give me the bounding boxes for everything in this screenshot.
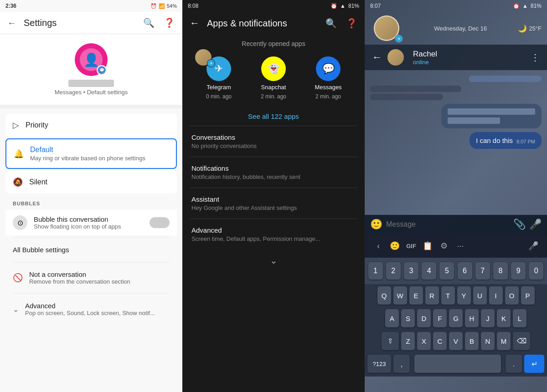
key-u[interactable]: U [473, 286, 487, 305]
apps-help-icon[interactable]: ❓ [346, 18, 357, 29]
clipboard-btn[interactable]: 📋 [419, 238, 436, 254]
notifications-menu-item[interactable]: Notifications Notification history, bubb… [182, 157, 365, 188]
divider-3 [13, 293, 170, 294]
key-h[interactable]: H [465, 309, 479, 327]
help-icon[interactable]: ❓ [164, 17, 175, 28]
outgoing-msg-block [441, 104, 542, 128]
key-w[interactable]: W [393, 286, 407, 305]
key-y[interactable]: Y [457, 286, 471, 305]
key-a[interactable]: A [385, 309, 399, 327]
chat-panel: 8:07 ⏰ ▲ 81% ✈ Wednesday, Dec 16 🌙 25°F … [365, 0, 547, 392]
key-p[interactable]: P [521, 286, 535, 305]
key-f[interactable]: F [433, 309, 447, 327]
contact-name: Rachel [413, 50, 525, 59]
gif-btn[interactable]: GIF [403, 238, 419, 254]
key-8[interactable]: 8 [493, 262, 508, 280]
key-c[interactable]: C [433, 332, 447, 350]
battery-1: 54% [167, 3, 177, 9]
keyboard-toolbar: ‹ 🙂 GIF 📋 ⚙ ··· 🎤 [365, 234, 547, 258]
key-d[interactable]: D [417, 309, 431, 327]
app-snapchat[interactable]: 👻 Snapchat 2 min. ago [251, 56, 296, 100]
settings-kb-btn[interactable]: ⚙ [436, 238, 452, 254]
emoji-panel-btn[interactable]: 🙂 [387, 238, 403, 254]
advanced-menu-item[interactable]: Advanced Screen time, Default apps, Perm… [182, 219, 365, 249]
apps-title: Apps & notifications [207, 18, 318, 29]
key-x[interactable]: X [417, 332, 431, 350]
mic-btn[interactable]: 🎤 [529, 219, 542, 230]
key-v[interactable]: V [449, 332, 463, 350]
silent-item[interactable]: 🔕 Silent [5, 171, 177, 193]
advanced-item[interactable]: ⌄ Advanced Pop on screen, Sound, Lock sc… [5, 295, 177, 323]
alarm2-icon: ⏰ [330, 3, 337, 9]
key-q[interactable]: Q [377, 286, 391, 305]
key-o[interactable]: O [505, 286, 519, 305]
all-bubble-item[interactable]: All Bubble settings [5, 239, 177, 260]
key-2[interactable]: 2 [386, 262, 401, 280]
chevron-left-btn[interactable]: ‹ [370, 238, 387, 254]
key-e[interactable]: E [409, 286, 423, 305]
chat-date: Wednesday, Dec 16 [434, 25, 487, 32]
sent-message: I can do this 8:07 PM [470, 132, 542, 149]
period-key[interactable]: . [506, 355, 522, 373]
key-z[interactable]: Z [401, 332, 415, 350]
not-conv-item[interactable]: 🚫 Not a conversation Remove from the con… [5, 264, 177, 291]
key-m[interactable]: M [497, 332, 511, 350]
time-3: 8:07 [370, 3, 381, 9]
message-input[interactable] [386, 220, 510, 229]
key-j[interactable]: J [481, 309, 495, 327]
floating-badge: ✈ [194, 48, 215, 66]
assistant-menu-item[interactable]: Assistant Hey Google and other Assistant… [182, 188, 365, 219]
emoji-btn[interactable]: 🙂 [370, 219, 382, 230]
key-b[interactable]: B [465, 332, 479, 350]
key-9[interactable]: 9 [511, 262, 526, 280]
key-0[interactable]: 0 [529, 262, 543, 280]
key-s[interactable]: S [401, 309, 415, 327]
key-t[interactable]: T [441, 286, 455, 305]
kb-mic-btn[interactable]: 🎤 [525, 238, 542, 254]
key-6[interactable]: 6 [458, 262, 472, 280]
chat-back-btn[interactable]: ← [372, 51, 382, 63]
key-7[interactable]: 7 [475, 262, 490, 280]
back-icon[interactable]: ← [7, 18, 16, 28]
shift-key[interactable]: ⇧ [382, 332, 399, 350]
telegram-time: 0 min. ago [206, 93, 232, 100]
chat-more-btn[interactable]: ⋮ [531, 52, 540, 63]
key-1[interactable]: 1 [368, 262, 383, 280]
apps-search-icon[interactable]: 🔍 [325, 18, 337, 29]
more-kb-btn[interactable]: ··· [452, 238, 469, 254]
msg-line-1 [448, 108, 535, 115]
time-1: 2:36 [5, 3, 16, 9]
default-item[interactable]: 🔔 Default May ring or vibrate based on p… [5, 138, 177, 169]
key-r[interactable]: R [425, 286, 439, 305]
status-icons-1: ⏰ 📶 54% [150, 3, 177, 9]
key-g[interactable]: G [449, 309, 463, 327]
contact-status: online [413, 59, 525, 66]
key-5[interactable]: 5 [439, 262, 454, 280]
toolbar2-icons: 🔍 ❓ [325, 18, 357, 29]
bubble-toggle[interactable] [150, 217, 170, 228]
conversations-menu-item[interactable]: Conversations No priority conversations [182, 126, 365, 157]
key-l[interactable]: L [513, 309, 526, 327]
space-key[interactable] [414, 355, 501, 373]
symbols-key[interactable]: ?123 [367, 355, 391, 373]
comma-key[interactable]: , [393, 355, 410, 373]
priority-item[interactable]: ▷ Priority [5, 114, 177, 137]
alarm-icon: ⏰ [150, 3, 157, 9]
key-i[interactable]: I [489, 286, 503, 305]
app-messages[interactable]: 💬 Messages 2 min. ago [305, 56, 351, 100]
search-icon[interactable]: 🔍 [143, 17, 155, 28]
advanced-arrow: ⌄ [182, 249, 365, 271]
key-n[interactable]: N [481, 332, 495, 350]
default-text: Default May ring or vibrate based on pho… [30, 146, 145, 162]
priority-label: Priority [26, 121, 48, 129]
bubble-conv-item[interactable]: ⊙ Bubble this conversation Show floating… [5, 210, 177, 235]
apps-back-icon[interactable]: ← [190, 17, 200, 29]
key-3[interactable]: 3 [404, 262, 418, 280]
attach-btn[interactable]: 📎 [513, 219, 526, 230]
enter-key[interactable]: ↵ [524, 355, 544, 373]
key-k[interactable]: K [497, 309, 511, 327]
key-4[interactable]: 4 [422, 262, 436, 280]
see-all-apps[interactable]: See all 122 apps [182, 107, 365, 126]
backspace-key[interactable]: ⌫ [513, 332, 530, 350]
avatar-container: 👤 💬 [75, 43, 108, 76]
